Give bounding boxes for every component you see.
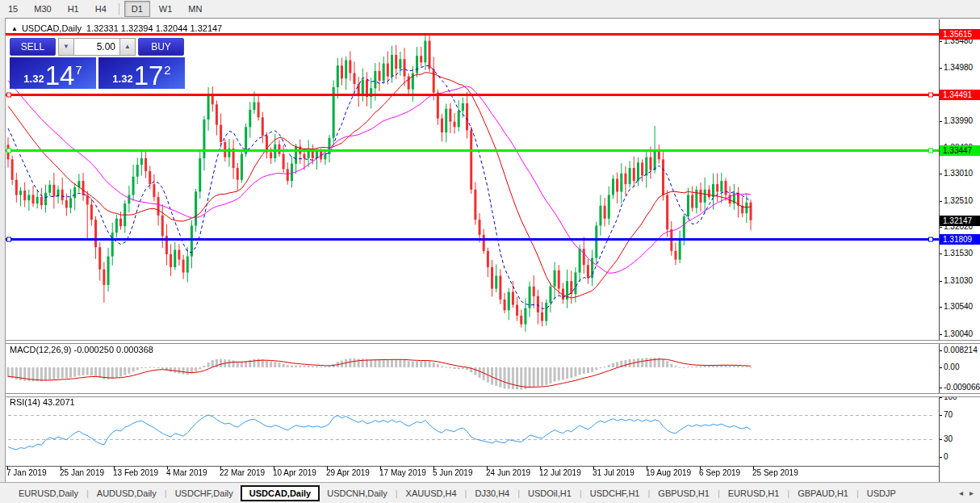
- buy-price-prefix: 1.32: [112, 73, 132, 84]
- price-label-1.32147: 1.32147: [940, 216, 980, 226]
- timeframe-button-h4[interactable]: H4: [88, 1, 114, 17]
- chart-tab-bar: EURUSD,Daily|AUDUSD,Daily|USDCHF,DailyUS…: [0, 482, 980, 503]
- tab-scroll-right-icon[interactable]: ▸: [966, 487, 977, 499]
- chart-tab-usdchf-h1[interactable]: USDCHF,H1: [583, 485, 647, 501]
- macd-axis-tick: 0.00: [944, 363, 959, 372]
- x-axis-date-label: 29 Apr 2019: [326, 468, 370, 477]
- chart-tab-usdcnh-daily[interactable]: USDCNH,Daily: [320, 485, 395, 501]
- x-axis-date-label: 12 Jul 2019: [539, 468, 581, 477]
- one-click-trading-panel: SELL ▼ 5.00 ▲ BUY 1.32 14 7 1.32 17 2: [10, 38, 187, 89]
- buy-button[interactable]: BUY: [138, 38, 184, 56]
- panel-splitter-rsi[interactable]: [6, 393, 980, 397]
- chart-tab-xauusd-h4[interactable]: XAUUSD,H4: [399, 485, 464, 501]
- date-axis[interactable]: 7 Jan 201925 Jan 201913 Feb 20194 Mar 20…: [6, 467, 939, 481]
- x-axis-date-label: 17 May 2019: [379, 468, 426, 477]
- chart-title: ▲USDCAD,Daily 1.32331 1.32394 1.32044 1.…: [11, 23, 222, 33]
- timeframe-button-m30[interactable]: M30: [27, 1, 58, 17]
- macd-axis-tick: -0.009066: [944, 383, 980, 392]
- rsi-indicator-label: RSI(14) 43.2071: [10, 397, 75, 407]
- volume-decrease-button[interactable]: ▼: [58, 38, 74, 56]
- y-axis-tick: 1.30540: [944, 302, 973, 312]
- y-axis-tick: 1.31030: [944, 276, 973, 286]
- x-axis-date-label: 13 Feb 2019: [113, 468, 158, 477]
- x-axis-date-label: 6 Sep 2019: [699, 468, 740, 477]
- timeframe-button-15[interactable]: 15: [1, 1, 25, 17]
- window-left-frame: [0, 18, 6, 482]
- buy-price-tile[interactable]: 1.32 17 2: [98, 57, 185, 89]
- chart-tab-dj30-h4[interactable]: DJ30,H4: [467, 485, 517, 501]
- volume-stepper: ▼ 5.00 ▲: [58, 38, 136, 56]
- macd-indicator-label: MACD(12,26,9) -0.000250 0.000368: [10, 345, 153, 354]
- rsi-axis-tick: 0: [944, 452, 949, 462]
- x-axis-date-label: 25 Jan 2019: [60, 468, 104, 477]
- x-axis-date-label: 22 Mar 2019: [220, 468, 265, 477]
- sell-price-tile[interactable]: 1.32 14 7: [10, 57, 96, 89]
- sell-price-superscript: 7: [75, 64, 82, 76]
- y-axis-tick: 1.31530: [944, 249, 973, 258]
- timeframe-button-h1[interactable]: H1: [61, 1, 86, 17]
- volume-increase-button[interactable]: ▲: [119, 38, 136, 56]
- y-axis-tick: 1.30040: [944, 329, 973, 339]
- chart-tab-usdjp[interactable]: USDJP: [860, 485, 903, 501]
- chart-tab-gbpusd-h1[interactable]: GBPUSD,H1: [651, 485, 717, 501]
- tab-scrollers: ◂▸: [956, 487, 980, 499]
- price-label-1.35615: 1.35615: [940, 29, 980, 40]
- chart-tab-usdcad-daily[interactable]: USDCAD,Daily: [241, 485, 320, 501]
- price-axis[interactable]: 1.354801.349801.344801.339901.334901.330…: [939, 19, 980, 482]
- y-axis-tick: 1.33010: [944, 169, 973, 178]
- chart-tab-eurusd-daily[interactable]: EURUSD,Daily: [11, 485, 86, 501]
- x-axis-date-label: 31 Jul 2019: [593, 468, 634, 477]
- price-label-1.31809: 1.31809: [940, 234, 980, 245]
- y-axis-tick: 1.32510: [944, 196, 973, 206]
- y-axis-tick: 1.34980: [944, 63, 973, 73]
- chart-tab-usdoil-h1[interactable]: USDOil,H1: [521, 485, 579, 501]
- chart-tab-audusd-daily[interactable]: AUDUSD,Daily: [90, 485, 164, 501]
- chart-ohlc-values: 1.32331 1.32394 1.32044 1.32147: [86, 23, 222, 33]
- macd-axis-tick: 0.008214: [944, 346, 978, 355]
- panel-splitter-macd[interactable]: [6, 340, 980, 344]
- x-axis-date-label: 25 Sep 2019: [752, 468, 798, 477]
- y-axis-tick: 1.33990: [944, 116, 973, 126]
- collapse-triangle-icon[interactable]: ▲: [11, 25, 18, 32]
- chart-tab-usdchf-daily[interactable]: USDCHF,Daily: [168, 485, 241, 501]
- x-axis-date-label: 19 Aug 2019: [646, 468, 691, 477]
- x-axis-date-label: 5 Jun 2019: [433, 468, 473, 477]
- toolbar-separator: [119, 3, 119, 15]
- tab-scroll-left-icon[interactable]: ◂: [956, 487, 966, 499]
- buy-price-main: 17: [134, 63, 164, 88]
- price-label-1.33447: 1.33447: [940, 145, 980, 156]
- chart-symbol: USDCAD,Daily: [22, 23, 82, 33]
- x-axis-date-label: 4 Mar 2019: [166, 468, 207, 477]
- buy-price-superscript: 2: [164, 64, 170, 76]
- timeframe-button-w1[interactable]: W1: [152, 1, 180, 17]
- sell-button[interactable]: SELL: [10, 38, 56, 56]
- sell-price-prefix: 1.32: [23, 73, 44, 84]
- x-axis-date-label: 10 Apr 2019: [273, 468, 316, 477]
- x-axis-date-label: 7 Jan 2019: [6, 468, 47, 477]
- timeframe-button-d1[interactable]: D1: [124, 1, 150, 17]
- price-label-1.34491: 1.34491: [940, 90, 980, 100]
- volume-input[interactable]: 5.00: [74, 38, 119, 56]
- chart-tab-eurusd-h1[interactable]: EURUSD,H1: [721, 485, 787, 501]
- timeframe-button-mn[interactable]: MN: [181, 1, 209, 17]
- x-axis-date-label: 24 Jun 2019: [486, 468, 530, 477]
- rsi-axis-tick: 70: [944, 410, 953, 420]
- sell-price-main: 14: [45, 63, 75, 88]
- chart-tab-gbpaud-h1[interactable]: GBPAUD,H1: [790, 485, 856, 501]
- timeframe-toolbar: 15M30H1H4D1W1MN: [0, 0, 980, 18]
- rsi-axis-tick: 30: [944, 434, 953, 444]
